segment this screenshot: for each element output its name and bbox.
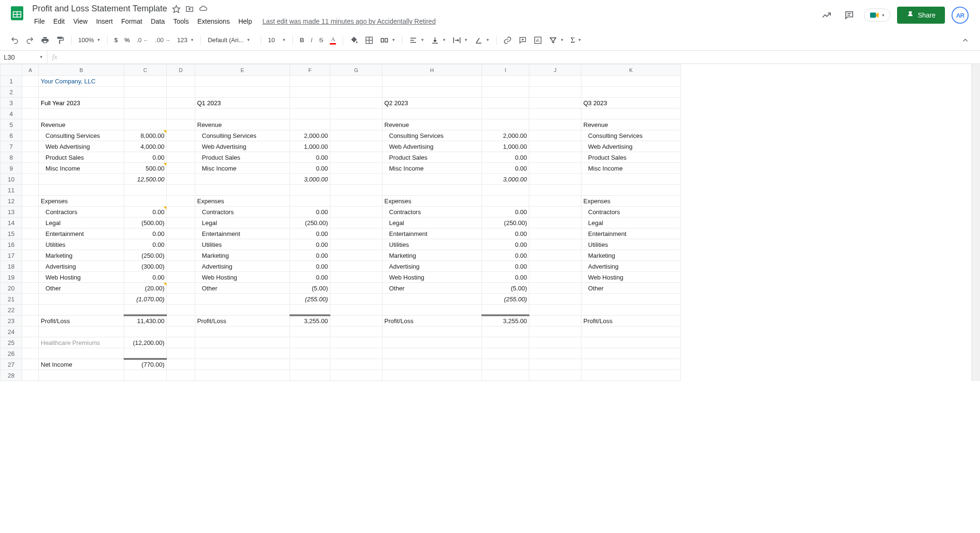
cell-B10[interactable] [39,174,124,185]
cell-F26[interactable] [290,348,330,359]
document-title[interactable]: Profit and Loss Statement Template [32,4,167,14]
cell-H25[interactable] [382,337,482,348]
cell-B28[interactable] [39,370,124,381]
cell-J19[interactable] [529,272,581,283]
cell-H5[interactable]: Revenue [382,119,482,130]
cell-E14[interactable]: Legal [195,217,290,228]
cell-C24[interactable] [124,326,167,337]
cell-I12[interactable] [482,196,529,207]
cell-E19[interactable]: Web Hosting [195,272,290,283]
cell-A22[interactable] [22,305,39,316]
cell-I10[interactable]: 3,000.00 [482,174,529,185]
cell-A12[interactable] [22,196,39,207]
cell-I1[interactable] [482,76,529,87]
row-header-21[interactable]: 21 [0,294,22,305]
cell-K15[interactable]: Entertainment [581,228,681,239]
cell-D26[interactable] [167,348,195,359]
cell-E16[interactable]: Utilities [195,239,290,250]
cell-J5[interactable] [529,119,581,130]
cell-K1[interactable] [581,76,681,87]
cell-E6[interactable]: Consulting Services [195,130,290,141]
cell-C28[interactable] [124,370,167,381]
cell-H16[interactable]: Utilities [382,239,482,250]
menu-format[interactable]: Format [118,16,146,27]
cell-F18[interactable]: 0.00 [290,261,330,272]
cell-D15[interactable] [167,228,195,239]
cell-D14[interactable] [167,217,195,228]
cell-E13[interactable]: Contractors [195,207,290,217]
col-header-J[interactable]: J [529,64,581,76]
cell-G25[interactable] [330,337,382,348]
cell-K6[interactable]: Consulting Services [581,130,681,141]
font-size-select[interactable]: 10▼ [265,35,289,45]
text-rotation-icon[interactable]: ▼ [472,34,492,46]
cell-A10[interactable] [22,174,39,185]
cell-B21[interactable] [39,294,124,305]
col-header-D[interactable]: D [167,64,195,76]
cell-K8[interactable]: Product Sales [581,152,681,163]
cell-H26[interactable] [382,348,482,359]
cell-G14[interactable] [330,217,382,228]
cell-E25[interactable] [195,337,290,348]
share-button[interactable]: Share [897,7,945,24]
cell-G6[interactable] [330,130,382,141]
cell-H19[interactable]: Web Hosting [382,272,482,283]
cell-F8[interactable]: 0.00 [290,152,330,163]
cell-C27[interactable]: (770.00) [124,359,167,370]
cell-F11[interactable] [290,185,330,196]
row-header-22[interactable]: 22 [0,305,22,316]
cell-G7[interactable] [330,141,382,152]
row-header-5[interactable]: 5 [0,119,22,130]
vertical-scrollbar[interactable] [971,64,980,381]
cell-I28[interactable] [482,370,529,381]
cell-C5[interactable] [124,119,167,130]
meet-button[interactable]: ▼ [864,9,890,22]
cell-J8[interactable] [529,152,581,163]
cell-G16[interactable] [330,239,382,250]
row-header-11[interactable]: 11 [0,185,22,196]
cell-K28[interactable] [581,370,681,381]
cell-E28[interactable] [195,370,290,381]
cell-B14[interactable]: Legal [39,217,124,228]
row-header-3[interactable]: 3 [0,98,22,108]
cell-F14[interactable]: (250.00) [290,217,330,228]
cell-G23[interactable] [330,316,382,326]
col-header-B[interactable]: B [39,64,124,76]
cell-A7[interactable] [22,141,39,152]
cell-E5[interactable]: Revenue [195,119,290,130]
menu-insert[interactable]: Insert [92,16,117,27]
cell-H13[interactable]: Contractors [382,207,482,217]
cell-J26[interactable] [529,348,581,359]
cell-E2[interactable] [195,87,290,98]
cell-A21[interactable] [22,294,39,305]
cell-I21[interactable]: (255.00) [482,294,529,305]
currency-icon[interactable]: $ [111,34,120,46]
cell-K4[interactable] [581,108,681,119]
cell-G8[interactable] [330,152,382,163]
cell-F19[interactable]: 0.00 [290,272,330,283]
cell-J6[interactable] [529,130,581,141]
col-header-K[interactable]: K [581,64,681,76]
cell-A11[interactable] [22,185,39,196]
menu-help[interactable]: Help [235,16,256,27]
cell-H4[interactable] [382,108,482,119]
cell-B8[interactable]: Product Sales [39,152,124,163]
cell-K14[interactable]: Legal [581,217,681,228]
percent-icon[interactable]: % [121,34,133,46]
cell-B11[interactable] [39,185,124,196]
cell-D2[interactable] [167,87,195,98]
menu-file[interactable]: File [30,16,49,27]
cell-J12[interactable] [529,196,581,207]
cell-D25[interactable] [167,337,195,348]
col-header-F[interactable]: F [290,64,330,76]
cell-I16[interactable]: 0.00 [482,239,529,250]
increase-decimal-icon[interactable]: .00 → [152,34,173,46]
cell-A25[interactable] [22,337,39,348]
cell-A8[interactable] [22,152,39,163]
cell-H2[interactable] [382,87,482,98]
cell-B25[interactable]: Healthcare Premiums [39,337,124,348]
cell-A9[interactable] [22,163,39,174]
strikethrough-icon[interactable]: S [316,34,326,46]
row-header-12[interactable]: 12 [0,196,22,207]
cell-B22[interactable] [39,305,124,316]
